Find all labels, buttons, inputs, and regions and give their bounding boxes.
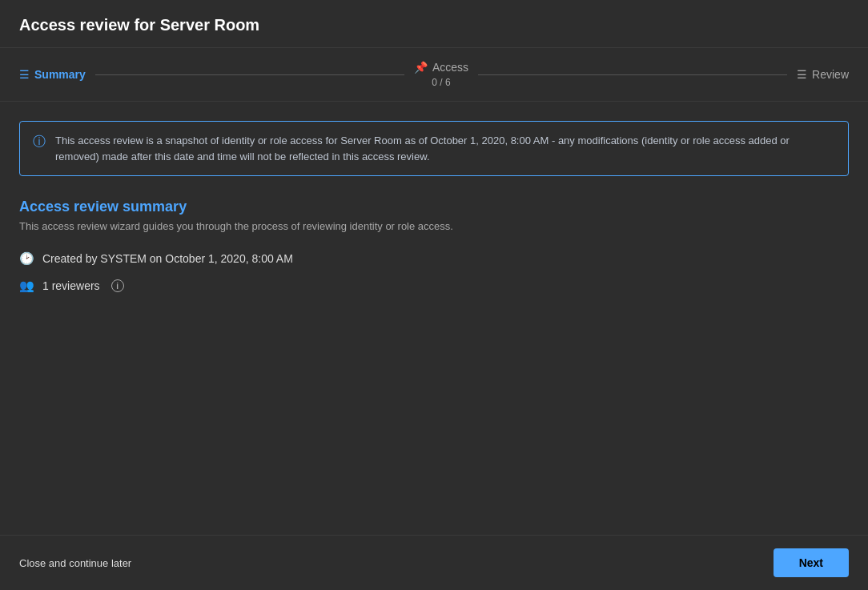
step-access-count: 0 / 6 [432,77,450,88]
reviewers-info-icon[interactable]: i [111,279,124,292]
step-divider-1 [95,74,404,75]
main-content: ⓘ This access review is a snapshot of id… [0,102,868,312]
info-banner-text: This access review is a snapshot of iden… [55,133,835,164]
review-list-icon: ☰ [797,68,807,81]
info-banner: ⓘ This access review is a snapshot of id… [19,121,849,176]
next-button[interactable]: Next [774,548,849,577]
step-summary[interactable]: ☰ Summary [19,68,86,81]
step-access[interactable]: 📌 Access 0 / 6 [414,61,468,88]
page-title: Access review for Server Room [0,0,868,48]
info-banner-icon: ⓘ [33,134,46,151]
reviewers-row: 👥 1 reviewers i [19,279,849,293]
clock-icon: 🕑 [19,251,34,266]
step-review-label: Review [812,68,849,81]
access-pin-icon: 📌 [414,61,428,74]
summary-subtitle: This access review wizard guides you thr… [19,220,849,232]
reviewers-count-text: 1 reviewers [42,279,100,292]
summary-title: Access review summary [19,199,849,215]
created-by-row: 🕑 Created by SYSTEM on October 1, 2020, … [19,251,849,266]
step-divider-2 [478,74,787,75]
summary-list-icon: ☰ [19,68,30,81]
wizard-steps: ☰ Summary 📌 Access 0 / 6 ☰ Review [0,48,868,102]
footer: Close and continue later Next [0,535,868,590]
created-by-text: Created by SYSTEM on October 1, 2020, 8:… [42,252,293,265]
reviewers-icon: 👥 [19,279,34,293]
step-summary-label: Summary [34,68,86,81]
step-access-label: Access [432,61,468,74]
close-continue-link[interactable]: Close and continue later [19,557,131,569]
step-review[interactable]: ☰ Review [797,68,849,81]
